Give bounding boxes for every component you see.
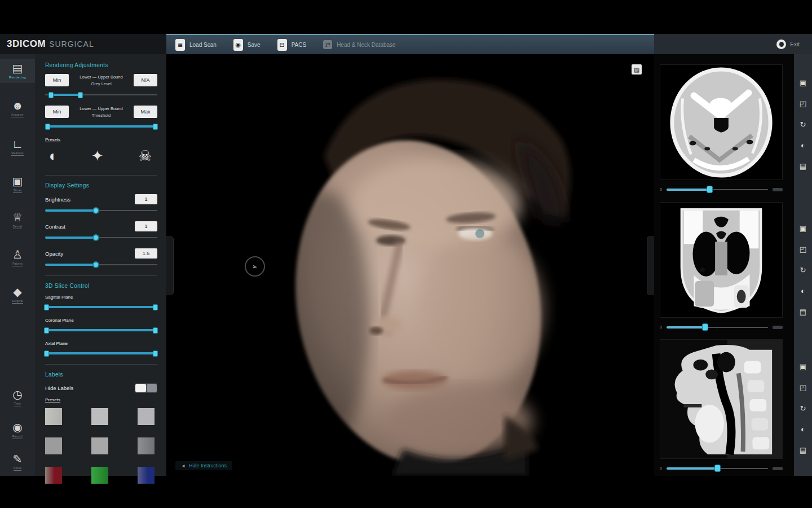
hide-labels-toggle[interactable] (135, 383, 157, 393)
main-3d-viewport[interactable]: ▨ ➢ ◄ Hide Instructions (166, 54, 654, 476)
coronal-slice-image[interactable] (660, 202, 783, 318)
rail-tab-slices[interactable]: ▣ Slices (0, 175, 35, 193)
left-arrow-icon: ◄ (181, 463, 186, 468)
view-layout-icon[interactable]: ▣ (798, 362, 808, 372)
brightness-value[interactable] (135, 194, 157, 204)
tissue-preset-icon[interactable]: ✦ (91, 148, 104, 164)
axial-plane-slider[interactable] (45, 349, 157, 357)
skull-preset-icon[interactable]: ☠ (139, 148, 152, 164)
invert-icon[interactable]: ◐ (798, 141, 808, 151)
range-handle-low[interactable] (44, 351, 49, 357)
link-view-icon[interactable]: ▤ (798, 307, 808, 317)
swatch-light-gray-3[interactable] (138, 408, 155, 425)
header-right: Exit (654, 34, 812, 54)
viewport-expand-icon[interactable]: ▨ (632, 64, 642, 75)
load-scan-button[interactable]: ≣ Load Scan (175, 39, 217, 51)
account-icon[interactable] (776, 40, 786, 49)
rail-tab-record[interactable]: ◉ Record (0, 421, 35, 439)
sagittal-slice-image[interactable] (660, 339, 783, 459)
contrast-slider[interactable] (45, 234, 157, 242)
coronal-slice-card: 0 (660, 202, 783, 331)
slider-handle[interactable] (92, 207, 99, 214)
slider-handle[interactable] (92, 234, 99, 241)
swatch-light-gray-1[interactable] (45, 408, 62, 425)
contrast-label: Contrast (45, 224, 65, 230)
swatch-gray-1[interactable] (45, 437, 62, 454)
opacity-value[interactable] (135, 248, 157, 259)
save-button[interactable]: ◉ Save (233, 39, 261, 51)
brightness-slider[interactable] (45, 207, 157, 214)
rotate-icon[interactable]: ↻ (798, 404, 808, 414)
slider-handle[interactable] (702, 323, 708, 331)
slider-max-chip (773, 188, 783, 191)
opacity-slider[interactable] (45, 261, 157, 269)
axial-slice-slider[interactable]: 0 (660, 186, 783, 194)
rail-tab-notes[interactable]: ✎ Notes (0, 453, 35, 471)
rail-tab-rendering[interactable]: ▤ Rendering (0, 59, 35, 83)
axial-slice-image[interactable] (660, 64, 783, 180)
viewport-collapse-left-handle[interactable] (166, 236, 174, 295)
swatch-dark-red[interactable] (45, 467, 62, 484)
threshold-max-button[interactable]: Max (134, 106, 157, 118)
coronal-slice-slider[interactable]: 0 (660, 323, 783, 331)
link-view-icon[interactable]: ▤ (798, 445, 808, 456)
range-handle-high[interactable] (153, 351, 158, 357)
range-handle-high[interactable] (78, 92, 83, 98)
view-layout-icon[interactable]: ▣ (798, 78, 808, 88)
rail-tab-measure[interactable]: ∟ Measure (0, 138, 35, 156)
grey-level-range-slider[interactable] (45, 91, 157, 99)
range-handle-low[interactable] (44, 304, 49, 310)
rail-tab-surgical[interactable]: ◆ Surgical (0, 286, 35, 304)
hide-instructions-button[interactable]: ◄ Hide Instructions (175, 461, 232, 470)
fullscreen-icon[interactable]: ◰ (798, 244, 808, 255)
sagittal-tools-group: ▣ ◰ ↻ ◐ ▤ (794, 362, 812, 456)
slider-handle[interactable] (92, 261, 99, 268)
hide-instructions-label: Hide Instructions (189, 463, 227, 468)
threshold-min-button[interactable]: Min (45, 106, 69, 118)
head-neck-database-label: Head & Neck Database (337, 42, 396, 48)
swatch-green[interactable] (91, 467, 108, 484)
save-icon: ◉ (233, 39, 243, 51)
swatch-light-gray-2[interactable] (91, 408, 108, 425)
rail-tab-patient[interactable]: ♙ Patient (0, 248, 35, 266)
density-max-button[interactable]: N/A (134, 74, 157, 86)
contrast-value[interactable] (135, 221, 157, 231)
axial-plane-label: Axial Plane (45, 341, 157, 346)
coronal-tools-group: ▣ ◰ ↻ ◐ ▤ (794, 224, 812, 317)
range-handle-low[interactable] (45, 124, 50, 130)
pacs-button[interactable]: ⊟ PACS (277, 39, 307, 51)
range-handle-high[interactable] (153, 327, 158, 334)
sagittal-slice-slider[interactable]: 0 (660, 465, 783, 472)
coronal-plane-slider[interactable] (45, 326, 157, 334)
swatch-dark-blue[interactable] (138, 467, 155, 484)
swatch-gray-gradient[interactable] (138, 437, 155, 454)
exit-label[interactable]: Exit (790, 41, 800, 47)
rotate-icon[interactable]: ↻ (798, 265, 808, 275)
invert-icon[interactable]: ◐ (798, 424, 808, 435)
slider-handle[interactable] (707, 186, 713, 193)
slider-handle[interactable] (714, 465, 721, 472)
range-handle-high[interactable] (153, 304, 158, 310)
range-handle-high[interactable] (153, 124, 158, 130)
invert-icon[interactable]: ◐ (798, 286, 808, 296)
density-min-button[interactable]: Min (45, 74, 69, 86)
link-view-icon[interactable]: ▤ (798, 161, 808, 172)
app-logo: 3DICOM SURGICAL (0, 34, 166, 54)
fullscreen-icon[interactable]: ◰ (798, 99, 808, 109)
rail-tab-time[interactable]: ◷ Time (0, 388, 35, 406)
range-handle-low[interactable] (44, 327, 49, 334)
view-layout-icon[interactable]: ▣ (798, 224, 808, 234)
logo-secondary-text: SURGICAL (49, 40, 94, 49)
fullscreen-icon[interactable]: ◰ (798, 383, 808, 393)
skin-preset-icon[interactable]: ◖ (47, 148, 56, 164)
threshold-range-slider[interactable] (45, 122, 157, 130)
sagittal-plane-slider[interactable] (45, 303, 157, 311)
rotate-icon[interactable]: ↻ (798, 120, 808, 130)
head-neck-database-button[interactable]: ⇄ Head & Neck Database (323, 40, 396, 49)
viewport-collapse-right-handle[interactable] (647, 236, 654, 295)
swatch-gray-2[interactable] (91, 437, 108, 454)
range-handle-low[interactable] (48, 92, 54, 98)
rail-tab-dental[interactable]: ♕ Dental (0, 211, 35, 229)
rail-tab-anatomy[interactable]: ☻ Anatomy (0, 99, 35, 117)
sagittal-slice-card: 0 (660, 339, 783, 472)
